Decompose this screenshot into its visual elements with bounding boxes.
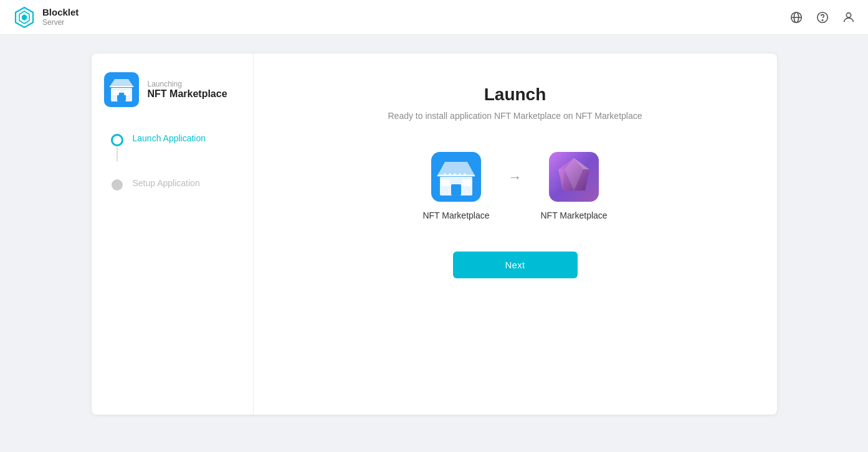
header: Blocklet Server bbox=[0, 0, 868, 35]
brand-title: Blocklet bbox=[42, 7, 79, 18]
sidebar-app-info: Launching NFT Marketplace bbox=[104, 72, 241, 107]
step-spacer bbox=[110, 147, 241, 177]
launching-label: Launching bbox=[148, 80, 227, 88]
brand-subtitle: Server bbox=[42, 18, 79, 27]
transfer-section: NFT Marketplace → bbox=[422, 152, 607, 220]
sidebar-app-name: NFT Marketplace bbox=[148, 88, 227, 100]
content-area: Launch Ready to install application NFT … bbox=[254, 54, 777, 415]
svg-point-8 bbox=[846, 12, 851, 17]
target-app-icon bbox=[549, 152, 599, 202]
svg-rect-17 bbox=[441, 179, 450, 186]
sidebar-app-icon bbox=[104, 72, 139, 107]
help-icon[interactable] bbox=[816, 11, 829, 24]
user-icon[interactable] bbox=[842, 11, 856, 24]
brand: Blocklet Server bbox=[12, 6, 79, 29]
svg-marker-2 bbox=[22, 14, 27, 21]
target-gem-icon bbox=[549, 152, 599, 202]
sidebar-app-text: Launching NFT Marketplace bbox=[148, 80, 227, 100]
blocklet-logo-icon bbox=[12, 6, 36, 29]
svg-rect-11 bbox=[113, 90, 119, 95]
step-setup-application: Setup Application bbox=[110, 177, 241, 192]
header-actions bbox=[789, 11, 856, 24]
main-content: Launching NFT Marketplace Launch Applica… bbox=[0, 35, 868, 452]
transfer-arrow-icon: → bbox=[508, 169, 522, 186]
globe-icon[interactable] bbox=[789, 11, 803, 24]
step-launch-application: Launch Application bbox=[110, 132, 241, 147]
brand-name: Blocklet Server bbox=[42, 7, 79, 27]
step-dot-inactive-indicator bbox=[112, 179, 123, 191]
step-dot-launch bbox=[110, 133, 124, 147]
source-app-icon bbox=[431, 152, 481, 202]
source-app: NFT Marketplace bbox=[422, 152, 489, 220]
source-store-icon bbox=[431, 152, 481, 202]
svg-point-7 bbox=[822, 19, 823, 20]
target-app-name: NFT Marketplace bbox=[541, 210, 608, 220]
svg-rect-18 bbox=[462, 179, 471, 186]
target-app: NFT Marketplace bbox=[541, 152, 608, 220]
sidebar: Launching NFT Marketplace Launch Applica… bbox=[92, 54, 254, 415]
step-dot-setup bbox=[110, 178, 124, 192]
step-dot-active-indicator bbox=[111, 134, 123, 146]
step-setup-label: Setup Application bbox=[133, 177, 200, 188]
svg-rect-16 bbox=[451, 184, 461, 195]
steps-list: Launch Application Setup Application bbox=[104, 132, 241, 192]
content-title: Launch bbox=[484, 85, 546, 105]
store-icon-sidebar bbox=[106, 74, 137, 105]
step-launch-label: Launch Application bbox=[133, 132, 206, 143]
next-button[interactable]: Next bbox=[453, 252, 578, 278]
svg-rect-12 bbox=[124, 90, 130, 95]
content-subtitle: Ready to install application NFT Marketp… bbox=[388, 111, 642, 121]
source-app-name: NFT Marketplace bbox=[422, 210, 489, 220]
launch-card: Launching NFT Marketplace Launch Applica… bbox=[92, 54, 777, 415]
